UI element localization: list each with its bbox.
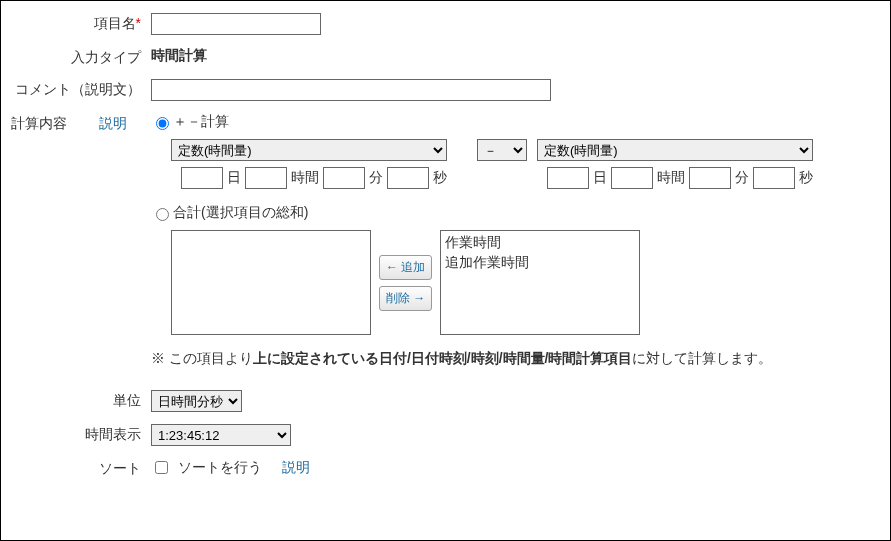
op2-sec[interactable]	[753, 167, 795, 189]
label-unit: 単位	[113, 392, 141, 408]
op2-day[interactable]	[547, 167, 589, 189]
time-display-select[interactable]: 1:23:45:12	[151, 424, 291, 446]
unit-min-1: 分	[369, 169, 383, 187]
unit-sec-1: 秒	[433, 169, 447, 187]
unit-min-2: 分	[735, 169, 749, 187]
add-button[interactable]: ← 追加	[379, 255, 432, 280]
label-input-type: 入力タイプ	[71, 49, 141, 65]
op1-min[interactable]	[323, 167, 365, 189]
label-name: 項目名	[94, 15, 136, 31]
operator-select[interactable]: －	[477, 139, 527, 161]
op1-sec[interactable]	[387, 167, 429, 189]
radio-plusminus[interactable]	[156, 117, 169, 130]
explain-link-1[interactable]: 説明	[99, 115, 127, 133]
available-listbox[interactable]: 作業時間 追加作業時間	[440, 230, 640, 335]
required-mark: *	[136, 15, 141, 31]
comment-input[interactable]	[151, 79, 551, 101]
unit-hour-2: 時間	[657, 169, 685, 187]
unit-hour-1: 時間	[291, 169, 319, 187]
label-comment: コメント（説明文）	[15, 81, 141, 97]
label-sort: ソート	[99, 460, 141, 476]
input-type-value: 時間計算	[151, 47, 207, 63]
selected-listbox[interactable]	[171, 230, 371, 335]
calc-note: ※ この項目より上に設定されている日付/日付時刻/時刻/時間量/時間計算項目に対…	[151, 350, 870, 368]
op2-hour[interactable]	[611, 167, 653, 189]
radio-sum[interactable]	[156, 208, 169, 221]
unit-sec-2: 秒	[799, 169, 813, 187]
remove-button[interactable]: 削除 →	[379, 286, 432, 311]
list-item[interactable]: 作業時間	[443, 233, 637, 253]
label-time-display: 時間表示	[85, 426, 141, 442]
op1-day[interactable]	[181, 167, 223, 189]
unit-select[interactable]: 日時間分秒	[151, 390, 242, 412]
operand2-select[interactable]: 定数(時間量)	[537, 139, 813, 161]
sort-checkbox-label: ソートを行う	[178, 459, 262, 477]
list-item[interactable]: 追加作業時間	[443, 253, 637, 273]
op2-min[interactable]	[689, 167, 731, 189]
sort-checkbox[interactable]	[155, 461, 168, 474]
operand1-select[interactable]: 定数(時間量)	[171, 139, 447, 161]
unit-day-1: 日	[227, 169, 241, 187]
radio-sum-label: 合計(選択項目の総和)	[173, 204, 308, 222]
explain-link-2[interactable]: 説明	[282, 459, 310, 477]
name-input[interactable]	[151, 13, 321, 35]
label-calc-content: 計算内容	[11, 115, 67, 133]
op1-hour[interactable]	[245, 167, 287, 189]
radio-plusminus-label: ＋－計算	[173, 113, 229, 131]
unit-day-2: 日	[593, 169, 607, 187]
